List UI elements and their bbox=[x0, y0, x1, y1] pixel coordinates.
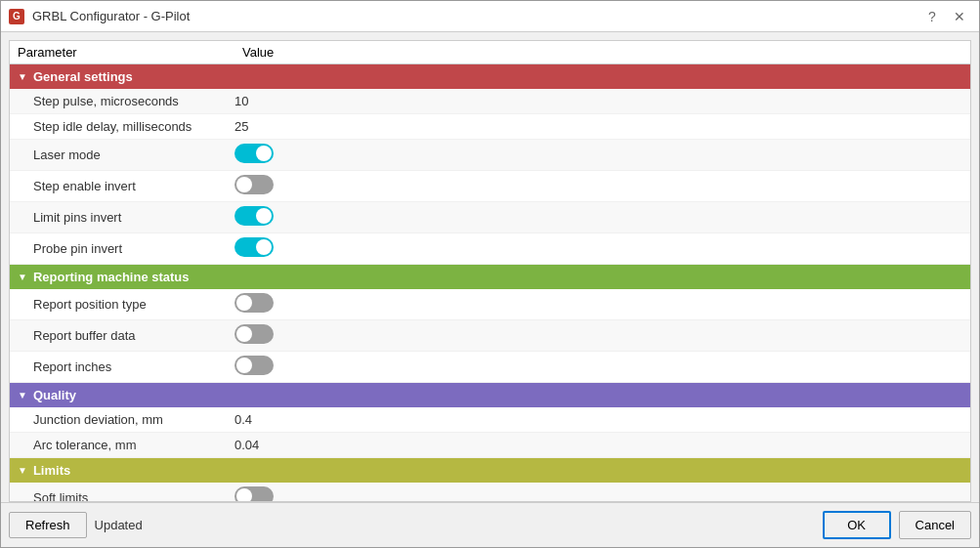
row-value bbox=[234, 486, 962, 501]
section-label: Quality bbox=[33, 388, 76, 402]
row-value: 0.04 bbox=[234, 438, 962, 452]
col-header-param: Parameter bbox=[18, 45, 242, 60]
row-param-label: Report position type bbox=[33, 297, 234, 312]
cancel-button[interactable]: Cancel bbox=[899, 511, 971, 539]
row-param-label: Report buffer data bbox=[33, 328, 234, 343]
toggle-reporting-2[interactable] bbox=[234, 356, 274, 375]
table-row: Arc tolerance, mm0.04 bbox=[10, 433, 970, 458]
row-value bbox=[234, 324, 962, 347]
row-param-label: Step idle delay, milliseconds bbox=[33, 119, 234, 134]
toggle-general-5[interactable] bbox=[234, 237, 274, 257]
table-row: Step enable invert bbox=[10, 171, 970, 202]
chevron-icon: ▼ bbox=[18, 272, 27, 282]
col-header-value: Value bbox=[242, 45, 962, 60]
table-row: Report position type bbox=[10, 289, 970, 320]
row-param-label: Soft limits bbox=[33, 490, 234, 501]
row-param-label: Junction deviation, mm bbox=[33, 412, 234, 427]
row-value: 10 bbox=[234, 94, 962, 108]
footer: Refresh Updated OK Cancel bbox=[1, 502, 979, 547]
app-icon: G bbox=[9, 9, 24, 24]
toggle-reporting-1[interactable] bbox=[234, 324, 274, 344]
row-value bbox=[234, 356, 962, 378]
table-header: Parameter Value bbox=[10, 41, 970, 64]
section-header-reporting[interactable]: ▼Reporting machine status bbox=[10, 265, 970, 289]
table-row: Junction deviation, mm0.4 bbox=[10, 407, 970, 433]
row-param-label: Probe pin invert bbox=[33, 241, 234, 256]
table-row: Report inches bbox=[10, 352, 970, 383]
ok-button[interactable]: OK bbox=[823, 511, 891, 539]
toggle-general-2[interactable] bbox=[234, 144, 274, 163]
toggle-limits-0[interactable] bbox=[234, 486, 274, 501]
row-param-label: Step pulse, microseconds bbox=[33, 94, 234, 108]
row-value bbox=[234, 206, 962, 229]
chevron-icon: ▼ bbox=[18, 390, 27, 400]
row-param-label: Laser mode bbox=[33, 148, 234, 162]
section-header-limits[interactable]: ▼Limits bbox=[10, 458, 970, 483]
table-body: ▼General settingsStep pulse, microsecond… bbox=[10, 64, 970, 501]
main-window: G GRBL Configurator - G-Pilot ? ✕ Parame… bbox=[0, 0, 980, 548]
row-param-label: Step enable invert bbox=[33, 179, 234, 193]
refresh-button[interactable]: Refresh bbox=[9, 512, 87, 538]
table-row: Probe pin invert bbox=[10, 233, 970, 265]
row-value: 25 bbox=[234, 119, 962, 134]
close-button[interactable]: ✕ bbox=[948, 5, 971, 28]
table-row: Step idle delay, milliseconds25 bbox=[10, 114, 970, 140]
chevron-icon: ▼ bbox=[18, 71, 27, 82]
row-value bbox=[234, 144, 962, 166]
section-label: Reporting machine status bbox=[33, 270, 190, 284]
window-title: GRBL Configurator - G-Pilot bbox=[32, 9, 920, 23]
table-row: Laser mode bbox=[10, 140, 970, 171]
status-label: Updated bbox=[95, 518, 143, 532]
footer-right: OK Cancel bbox=[823, 511, 971, 539]
chevron-icon: ▼ bbox=[18, 465, 27, 476]
section-label: Limits bbox=[33, 463, 70, 478]
row-value bbox=[234, 237, 962, 260]
row-param-label: Limit pins invert bbox=[33, 210, 234, 225]
section-header-general[interactable]: ▼General settings bbox=[10, 64, 970, 89]
help-button[interactable]: ? bbox=[920, 5, 944, 28]
section-label: General settings bbox=[33, 69, 133, 84]
toggle-general-4[interactable] bbox=[234, 206, 274, 226]
settings-table: Parameter Value ▼General settingsStep pu… bbox=[9, 40, 971, 502]
table-row: Step pulse, microseconds10 bbox=[10, 89, 970, 114]
table-row: Soft limits bbox=[10, 483, 970, 501]
row-value: 0.4 bbox=[234, 412, 962, 427]
row-param-label: Report inches bbox=[33, 359, 234, 374]
title-bar: G GRBL Configurator - G-Pilot ? ✕ bbox=[1, 1, 979, 32]
section-header-quality[interactable]: ▼Quality bbox=[10, 383, 970, 407]
table-row: Limit pins invert bbox=[10, 202, 970, 233]
row-value bbox=[234, 293, 962, 316]
toggle-reporting-0[interactable] bbox=[234, 293, 274, 313]
content-area: Parameter Value ▼General settingsStep pu… bbox=[1, 32, 979, 502]
row-param-label: Arc tolerance, mm bbox=[33, 438, 234, 452]
row-value bbox=[234, 175, 962, 197]
table-row: Report buffer data bbox=[10, 320, 970, 352]
toggle-general-3[interactable] bbox=[234, 175, 274, 194]
window-controls: ? ✕ bbox=[920, 5, 971, 28]
